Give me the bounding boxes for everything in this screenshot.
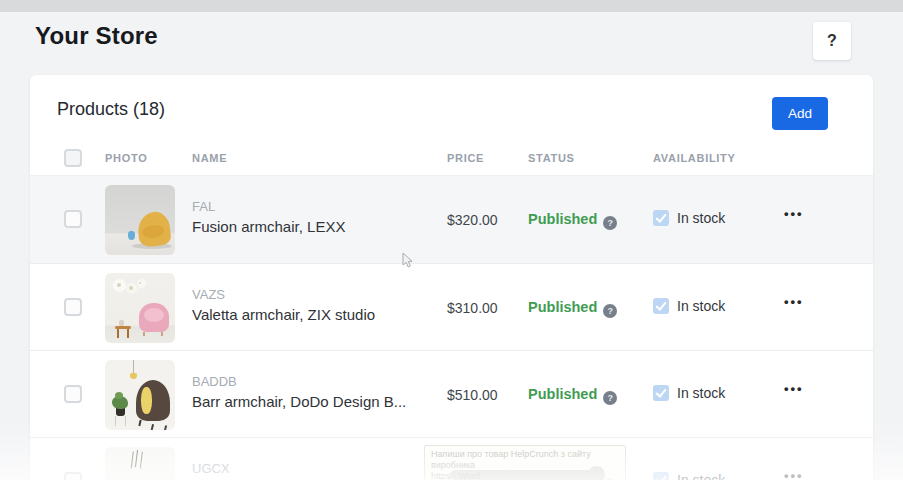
table-row: BADDB Barr armchair, DoDo Design B... $5… — [30, 350, 873, 437]
product-name: Barr armchair, DoDo Design B... — [192, 393, 406, 410]
status-label: Published? — [528, 386, 617, 405]
availability-cell: In stock — [653, 210, 725, 226]
status-help-icon[interactable]: ? — [603, 304, 617, 318]
product-name-cell: BADDB Barr armchair, DoDo Design B... — [192, 374, 406, 410]
availability-cell: In stock — [653, 298, 725, 314]
product-photo — [105, 360, 175, 430]
panel-title: Products (18) — [57, 99, 165, 120]
availability-cell: In stock — [653, 385, 725, 401]
availability-cell: In stock — [653, 472, 725, 480]
in-stock-checkbox[interactable] — [653, 472, 669, 480]
in-stock-checkbox[interactable] — [653, 298, 669, 314]
help-button[interactable]: ? — [813, 22, 851, 60]
add-product-button[interactable]: Add — [772, 97, 828, 130]
product-photo — [105, 185, 175, 255]
row-checkbox[interactable] — [64, 298, 82, 316]
column-header-photo: PHOTO — [105, 152, 147, 164]
top-border-band — [0, 0, 903, 12]
row-menu-button[interactable]: ••• — [784, 294, 804, 309]
column-header-availability: AVAILABILITY — [653, 152, 736, 164]
in-stock-checkbox[interactable] — [653, 210, 669, 226]
page-title: Your Store — [35, 22, 158, 50]
product-price: $320.00 — [447, 212, 498, 228]
in-stock-checkbox[interactable] — [653, 385, 669, 401]
table-body: FAL Fusion armchair, LEXX $320.00 Publis… — [30, 176, 873, 480]
table-header-row: PHOTO NAME PRICE STATUS AVAILABILITY — [30, 143, 873, 176]
product-name: Valetta armchair, ZIX studio — [192, 306, 375, 323]
mouse-cursor — [400, 252, 414, 274]
in-stock-label: In stock — [677, 385, 725, 401]
row-menu-button[interactable]: ••• — [784, 381, 804, 396]
status-label: Published? — [528, 299, 617, 318]
product-code: VAZS — [192, 287, 375, 302]
row-checkbox[interactable] — [64, 210, 82, 228]
product-price: $310.00 — [447, 300, 498, 316]
product-code: FAL — [192, 199, 345, 214]
status-help-icon[interactable]: ? — [603, 216, 617, 230]
product-name-cell: UGCX — [192, 461, 230, 480]
in-stock-label: In stock — [677, 298, 725, 314]
status-label: Published? — [528, 211, 617, 230]
app-window: Your Store ? Products (18) Add PHOTO NAM… — [0, 0, 903, 480]
product-code: BADDB — [192, 374, 406, 389]
column-header-price: PRICE — [447, 152, 484, 164]
product-code: UGCX — [192, 461, 230, 476]
in-stock-label: In stock — [677, 210, 725, 226]
table-row: VAZS Valetta armchair, ZIX studio $310.0… — [30, 263, 873, 350]
select-all-checkbox[interactable] — [64, 149, 82, 167]
table-row: FAL Fusion armchair, LEXX $320.00 Publis… — [30, 176, 873, 263]
in-stock-label: In stock — [677, 472, 725, 480]
product-name-cell: VAZS Valetta armchair, ZIX studio — [192, 287, 375, 323]
status-help-icon[interactable]: ? — [603, 391, 617, 405]
row-checkbox[interactable] — [64, 472, 82, 480]
product-name-cell: FAL Fusion armchair, LEXX — [192, 199, 345, 235]
tooltip-line1: Напиши про товар HelpCrunch з сайту виро… — [431, 449, 619, 471]
products-panel: Products (18) Add PHOTO NAME PRICE STATU… — [30, 75, 873, 480]
tooltip-line2: https - Word — [431, 471, 619, 480]
product-price: $510.00 — [447, 387, 498, 403]
row-menu-button[interactable]: ••• — [784, 206, 804, 221]
column-header-status: STATUS — [528, 152, 575, 164]
row-menu-button[interactable]: ••• — [784, 468, 804, 480]
product-photo — [105, 273, 175, 343]
product-photo — [105, 447, 175, 480]
product-name: Fusion armchair, LEXX — [192, 218, 345, 235]
row-checkbox[interactable] — [64, 385, 82, 403]
taskbar-tooltip: Напиши про товар HelpCrunch з сайту виро… — [424, 445, 626, 480]
column-header-name: NAME — [192, 152, 227, 164]
